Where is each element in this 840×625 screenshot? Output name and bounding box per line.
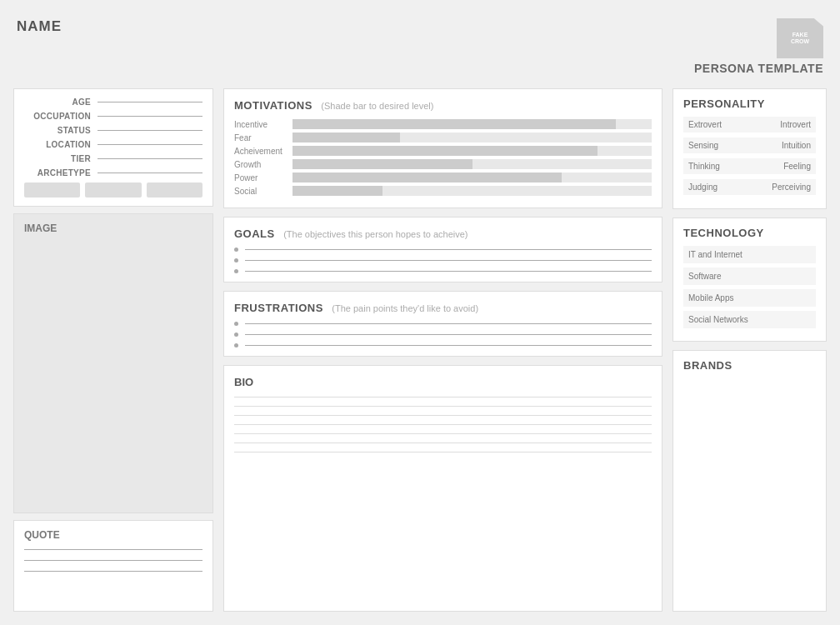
motivations-subtitle: (Shade bar to desired level) — [321, 101, 433, 111]
tech-item-3: Social Networks — [683, 311, 816, 328]
page: NAME FAKECROW PERSONA TEMPLATE AGE OCCUP… — [0, 0, 840, 625]
tag-3 — [147, 182, 202, 198]
goal-line-2 — [245, 260, 652, 261]
goals-title: GOALS — [234, 228, 275, 240]
tier-row: TIER — [24, 154, 202, 163]
bio-line-6 — [234, 442, 652, 443]
frustration-line-2 — [245, 334, 652, 335]
frustration-row-3 — [234, 343, 652, 348]
motivations-title: MOTIVATIONS — [234, 99, 312, 112]
bio-line-2 — [234, 406, 652, 407]
personality-right-2: Feeling — [783, 162, 811, 171]
personality-right-1: Intuition — [782, 141, 811, 150]
personality-left-3: Judging — [688, 182, 718, 192]
tag-2 — [85, 182, 141, 198]
technology-section: TECHNOLOGY IT and InternetSoftwareMobile… — [672, 218, 827, 342]
age-row: AGE — [24, 98, 202, 107]
info-section: AGE OCCUPATION STATUS LOCATION TIER — [13, 88, 213, 207]
status-row: STATUS — [24, 126, 202, 135]
frustration-line-3 — [245, 345, 652, 346]
goal-row-2 — [234, 258, 652, 262]
image-section: IMAGE — [13, 213, 213, 513]
brands-section: BRANDS — [672, 350, 827, 612]
tech-item-1: Software — [683, 268, 816, 285]
motivation-bar-row-1: Fear — [234, 132, 652, 142]
personality-row-2: Thinking Feeling — [683, 158, 816, 174]
header-right: FAKECROW PERSONA TEMPLATE — [694, 18, 823, 75]
bar-track-2 — [292, 146, 652, 156]
motivation-bar-row-5: Social — [234, 186, 652, 196]
bar-track-5 — [292, 186, 652, 196]
frustration-bullet-2 — [234, 332, 238, 337]
bar-label-4: Power — [234, 173, 292, 182]
bar-track-3 — [292, 159, 652, 169]
left-column: AGE OCCUPATION STATUS LOCATION TIER — [13, 88, 213, 612]
bio-line-1 — [234, 397, 652, 398]
frustrations-subtitle: (The pain points they'd like to avoid) — [332, 303, 478, 313]
frustrations-title: FRUSTRATIONS — [234, 302, 323, 314]
quote-line-1 — [24, 549, 202, 550]
motivation-bar-row-2: Acheivement — [234, 146, 652, 156]
bio-line-3 — [234, 415, 652, 416]
quote-line-2 — [24, 560, 202, 561]
location-label: LOCATION — [24, 140, 91, 149]
status-line — [98, 130, 202, 131]
quote-section: QUOTE — [13, 520, 213, 612]
bar-fill-0 — [292, 119, 616, 129]
archetype-line — [98, 172, 202, 173]
occupation-label: OCCUPATION — [24, 112, 91, 121]
tech-item-0: IT and Internet — [683, 246, 816, 263]
bar-fill-4 — [292, 172, 562, 182]
main-content: AGE OCCUPATION STATUS LOCATION TIER — [13, 88, 827, 612]
goal-row-1 — [234, 248, 652, 252]
quote-label: QUOTE — [24, 529, 202, 541]
middle-column: MOTIVATIONS (Shade bar to desired level)… — [223, 88, 662, 612]
archetype-label: ARCHETYPE — [24, 168, 91, 178]
tag-1 — [24, 182, 80, 198]
goal-bullet-3 — [234, 269, 238, 273]
motivations-section: MOTIVATIONS (Shade bar to desired level)… — [223, 88, 662, 208]
tech-items: IT and InternetSoftwareMobile AppsSocial… — [683, 246, 816, 328]
tech-item-2: Mobile Apps — [683, 289, 816, 307]
age-label: AGE — [24, 98, 91, 107]
occupation-line — [98, 116, 202, 117]
bar-fill-3 — [292, 159, 472, 169]
personality-right-0: Introvert — [780, 120, 811, 129]
personality-left-0: Extrovert — [688, 120, 722, 129]
quote-line-3 — [24, 571, 202, 572]
goal-row-3 — [234, 269, 652, 273]
bio-section: BIO — [223, 365, 662, 612]
goals-section: GOALS (The objectives this person hopes … — [223, 217, 662, 282]
goal-line-1 — [245, 249, 652, 250]
logo-text: FAKECROW — [791, 32, 809, 46]
bar-fill-2 — [292, 146, 598, 156]
bio-label: BIO — [234, 376, 652, 388]
status-label: STATUS — [24, 126, 91, 135]
personality-left-1: Sensing — [688, 141, 718, 150]
frustration-row-1 — [234, 322, 652, 326]
motivation-bars: Incentive Fear Acheivement Growth Power — [234, 119, 652, 196]
motivation-bar-row-4: Power — [234, 172, 652, 182]
technology-title: TECHNOLOGY — [683, 227, 816, 239]
frustrations-section: FRUSTRATIONS (The pain points they'd lik… — [223, 291, 662, 357]
goals-subtitle: (The objectives this person hopes to ach… — [283, 229, 468, 239]
personality-row-0: Extrovert Introvert — [683, 117, 816, 132]
bar-track-1 — [292, 132, 652, 142]
personality-right-3: Perceiving — [772, 182, 811, 192]
bar-track-0 — [292, 119, 652, 129]
personality-row-3: Judging Perceiving — [683, 179, 816, 195]
personality-section: PERSONALITY Extrovert Introvert Sensing … — [672, 88, 827, 209]
location-line — [98, 144, 202, 145]
personality-row-1: Sensing Intuition — [683, 138, 816, 153]
motivation-bar-row-3: Growth — [234, 159, 652, 169]
personality-title: PERSONALITY — [683, 98, 816, 110]
tier-line — [98, 158, 202, 159]
goal-line-3 — [245, 271, 652, 272]
bio-line-7 — [234, 452, 652, 452]
logo: FAKECROW — [777, 18, 823, 58]
header: NAME FAKECROW PERSONA TEMPLATE — [13, 13, 827, 80]
frustration-bullet-1 — [234, 322, 238, 326]
persona-template-title: PERSONA TEMPLATE — [694, 62, 823, 75]
image-label: IMAGE — [24, 222, 202, 234]
occupation-row: OCCUPATION — [24, 112, 202, 121]
